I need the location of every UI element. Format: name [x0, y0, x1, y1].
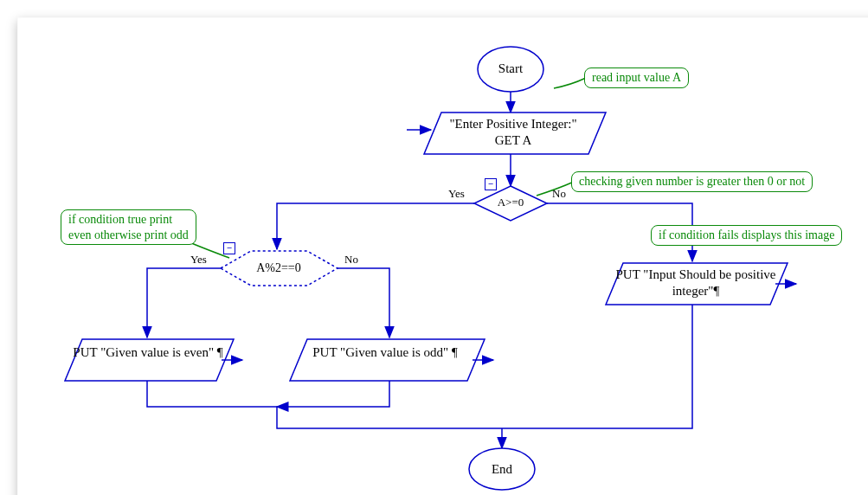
- comment-fails: if condition fails displays this image: [651, 225, 842, 246]
- input-node: [424, 112, 606, 154]
- comment-evenodd: if condition true print even otherwise p…: [61, 209, 196, 245]
- comment-read: read input value A: [584, 68, 689, 88]
- start-node: [478, 47, 543, 92]
- decision1-no: No: [552, 187, 566, 201]
- flowchart-canvas: Start "Enter Positive Integer:" GET A A>…: [17, 17, 868, 495]
- decision2-no: No: [344, 253, 358, 267]
- comment-evenodd-l2: even otherwise print odd: [68, 228, 189, 241]
- flowchart-svg: [17, 17, 868, 495]
- collapse-icon[interactable]: −: [223, 242, 235, 254]
- collapse-icon[interactable]: −: [485, 178, 497, 190]
- output-error: [606, 263, 788, 305]
- decision1-yes: Yes: [448, 187, 465, 201]
- decision-even-odd: [221, 251, 338, 286]
- comment-evenodd-l1: if condition true print: [68, 213, 172, 226]
- end-node: [469, 448, 535, 490]
- output-even: [65, 339, 234, 381]
- comment-check: checking given number is greater then 0 …: [571, 171, 813, 192]
- decision2-yes: Yes: [190, 253, 207, 267]
- output-odd: [290, 339, 485, 381]
- decision-a-ge-0: [474, 186, 547, 221]
